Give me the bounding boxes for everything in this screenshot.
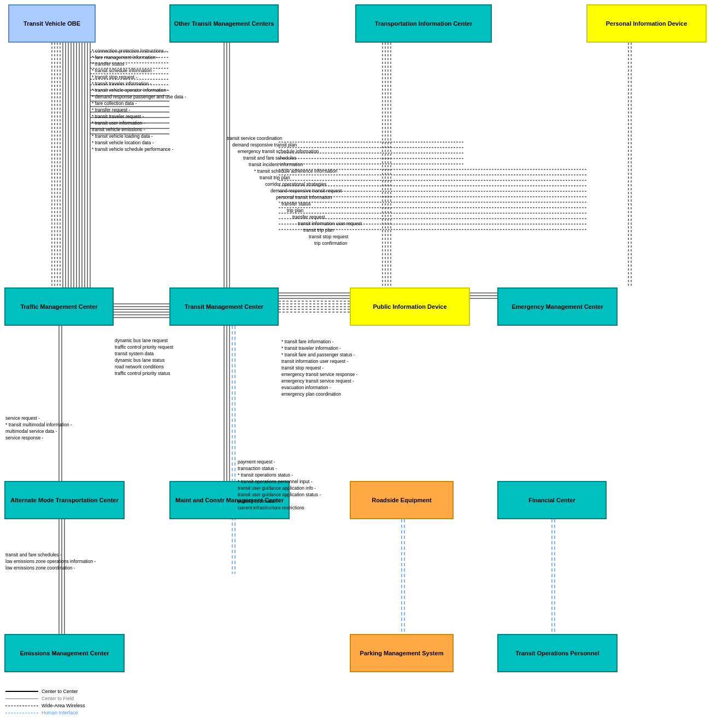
label-emergency-transit-svc: emergency transit service response - <box>281 372 357 377</box>
label-transit-ops-status: * transit operations status - <box>238 472 293 478</box>
transit-ops-personnel-label: Transit Operations Personnel <box>515 649 599 657</box>
legend-human-interface: Human Interface <box>42 710 78 715</box>
label-transfer-req2: transfer request <box>292 214 325 220</box>
label-connection-protection: * connection protection instructions - <box>92 48 167 54</box>
label-transit-user-guidance-status: transit user guidance application status… <box>238 492 321 497</box>
label-corridor-operational: corridor operational strategies <box>265 181 326 187</box>
label-traffic-control-priority-req: traffic control priority request <box>115 344 173 350</box>
label-dynamic-bus-lane-req: dynamic bus lane request <box>115 338 168 343</box>
financial-center-node: Financial Center <box>497 481 607 519</box>
label-fare-collection: * fare collection data - <box>92 101 137 106</box>
emissions-mc-node: Emissions Management Center <box>4 634 125 672</box>
diagram-container: Transit Vehicle OBE Other Transit Manage… <box>0 0 723 728</box>
label-transfer-request: * transfer request - <box>92 107 130 113</box>
label-transit-info-user-req: transit information user request <box>298 221 362 226</box>
transit-mc-label: Transit Management Center <box>185 303 263 310</box>
label-transit-traveler-info2: * transit traveler information - <box>281 345 341 351</box>
parking-mgmt-label: Parking Management System <box>360 649 444 657</box>
label-transit-schedule-adherence: * transit schedule adherence information <box>254 168 337 174</box>
label-demand-responsive-plan: demand responsive transit plan <box>232 142 297 148</box>
label-transit-vehicle-location: * transit vehicle location data - <box>92 140 154 145</box>
transit-mc-node: Transit Management Center <box>169 287 279 326</box>
label-transit-system-data: transit system data <box>115 351 154 356</box>
label-transit-vehicle-emissions: transit vehicle emissions - <box>92 127 145 132</box>
label-transit-schedule-info: * transit schedule information - <box>92 68 155 73</box>
label-transit-traveler-request: * transit traveler request - <box>92 114 144 119</box>
label-emergency-transit-sched: emergency transit schedule information <box>238 149 319 154</box>
label-transit-fare-schedules: transit and fare schedules <box>243 155 296 161</box>
label-transfer-status2: transfer status <box>281 201 311 207</box>
emergency-mc-node: Emergency Management Center <box>497 287 618 326</box>
label-transit-stop-req3: transit stop request - <box>281 365 324 371</box>
label-trip-plan: trip plan <box>287 208 303 213</box>
label-emergency-plan-coord: emergency plan coordination <box>281 391 341 397</box>
traffic-mc-node: Traffic Management Center <box>4 287 114 326</box>
label-transit-user-info: * transit user information - <box>92 120 145 126</box>
label-transit-fare-passenger: * transit fare and passenger status - <box>281 352 355 357</box>
label-transit-fare-schedules2: transit and fare schedules - <box>5 552 62 557</box>
label-transit-info-user-req2: transit information user request - <box>281 359 348 364</box>
personal-info-device-node: Personal Information Device <box>586 4 707 43</box>
label-transit-vehicle-schedule: * transit vehicle schedule performance - <box>92 146 173 152</box>
label-low-emissions-coord: low emissions zone coordination - <box>5 565 75 571</box>
label-transit-vehicle-operator: * transit vehicle operator information - <box>92 87 169 93</box>
label-emergency-transit-req: emergency transit service request - <box>281 378 354 384</box>
transportation-ic-node: Transportation Information Center <box>355 4 492 43</box>
label-dynamic-bus-lane-status: dynamic bus lane status <box>115 357 164 363</box>
label-current-infra: current infrastructure restrictions <box>238 505 304 510</box>
label-multimodal-service: multimodal service data - <box>5 428 57 434</box>
label-transit-fare-info: * transit fare information - <box>281 339 333 344</box>
roadside-equipment-node: Roadside Equipment <box>350 481 454 519</box>
emissions-mc-label: Emissions Management Center <box>20 649 109 657</box>
label-low-emissions-zone: low emissions zone operations informatio… <box>5 559 96 564</box>
label-transfer-status: * transfer status - <box>92 61 127 67</box>
legend: Center to Center Center to Field Wide-Ar… <box>5 689 85 717</box>
label-transit-service-coord: transit service coordination <box>227 136 282 141</box>
other-transit-mc-node: Other Transit Management Centers <box>169 4 279 43</box>
label-transit-stop-req: * transit stop request - <box>92 74 137 80</box>
label-transit-multimodal: * transit multimodal information - <box>5 422 72 427</box>
label-transit-trip-plan1: transit trip plan <box>260 175 290 180</box>
legend-wide-area-wireless: Wide-Area Wireless <box>42 703 85 708</box>
parking-mgmt-node: Parking Management System <box>350 634 454 672</box>
label-personal-transit-info: personal transit information <box>276 195 332 200</box>
roadside-equipment-label: Roadside Equipment <box>372 496 431 504</box>
label-parking-info: parking information - <box>238 498 280 504</box>
label-transit-traveler-info: * transit traveler information - <box>92 81 151 86</box>
personal-info-device-label: Personal Information Device <box>606 20 687 27</box>
legend-center-to-center: Center to Center <box>42 689 78 694</box>
label-transaction-status: transaction status - <box>238 466 277 471</box>
alternate-mode-tc-label: Alternate Mode Transportation Center <box>10 496 118 504</box>
label-transit-ops-personnel-input: * transit operations personnel input - <box>238 479 313 484</box>
traffic-mc-label: Traffic Management Center <box>20 303 97 310</box>
label-transit-trip-plan2: transit trip plan <box>303 227 334 233</box>
label-payment-request: payment request - <box>238 459 275 465</box>
label-transit-user-guidance-app: transit user guidance application info - <box>238 485 316 491</box>
label-transit-vehicle-loading: * transit vehicle loading data - <box>92 133 153 139</box>
label-transit-stop-req2: transit stop request <box>309 234 348 239</box>
label-road-network: road network conditions <box>115 364 164 369</box>
label-traffic-control-status: traffic control priority status <box>115 371 170 376</box>
other-transit-mc-label: Other Transit Management Centers <box>174 20 274 27</box>
alternate-mode-tc-node: Alternate Mode Transportation Center <box>4 481 125 519</box>
transportation-ic-label: Transportation Information Center <box>375 20 472 27</box>
legend-center-to-field: Center to Field <box>42 696 74 701</box>
label-evacuation-info: evacuation information - <box>281 385 331 390</box>
financial-center-label: Financial Center <box>528 496 575 504</box>
public-info-device-node: Public Information Device <box>350 287 470 326</box>
label-transit-incident: transit incident information <box>249 162 303 167</box>
transit-vehicle-obe-label: Transit Vehicle OBE <box>23 20 80 27</box>
label-service-request: service request - <box>5 415 40 421</box>
label-demand-response-pass: * demand response passenger and use data… <box>92 94 186 99</box>
emergency-mc-label: Emergency Management Center <box>512 303 603 310</box>
transit-vehicle-obe-node: Transit Vehicle OBE <box>8 4 96 43</box>
label-demand-responsive-req: demand responsive transit request <box>271 188 342 193</box>
transit-ops-personnel-node: Transit Operations Personnel <box>497 634 618 672</box>
label-service-response: service response - <box>5 435 43 441</box>
label-fare-mgmt: * fare management information - <box>92 55 158 60</box>
public-info-device-label: Public Information Device <box>373 303 446 310</box>
label-trip-confirmation: trip confirmation <box>314 240 347 246</box>
